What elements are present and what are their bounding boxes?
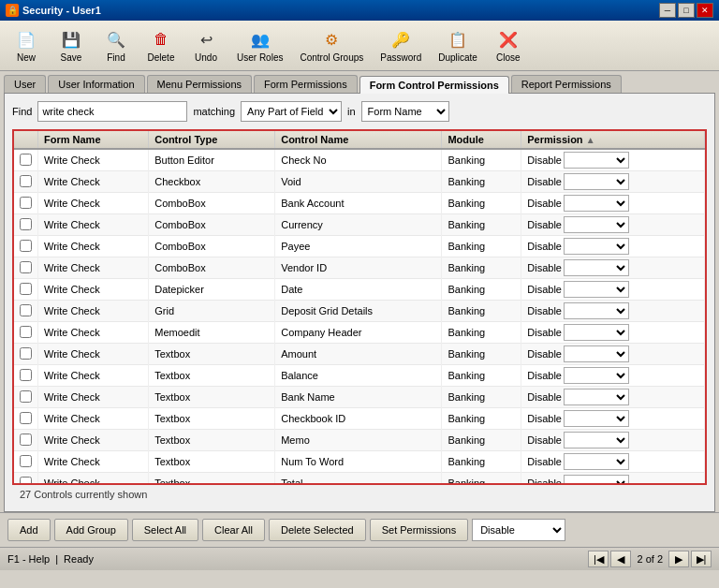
table-row: Write CheckTextboxNum To WordBankingDisa… xyxy=(14,451,705,473)
control-name-cell: Company Header xyxy=(275,322,442,344)
table-row: Write CheckTextboxMemoBankingDisable xyxy=(14,430,705,451)
find-button[interactable]: 🔍 Find xyxy=(95,24,137,66)
col-control-name[interactable]: Control Name xyxy=(275,131,442,149)
permission-select[interactable] xyxy=(564,281,629,298)
first-page-button[interactable]: |◀ xyxy=(588,551,609,567)
tab-form-permissions[interactable]: Form Permissions xyxy=(254,75,358,93)
next-page-button[interactable]: ▶ xyxy=(668,551,689,567)
row-checkbox-cell xyxy=(14,365,38,387)
tab-user-information[interactable]: User Information xyxy=(48,75,144,93)
col-form-name[interactable]: Form Name xyxy=(38,131,149,149)
control-type-cell: Textbox xyxy=(149,387,275,408)
select-all-button[interactable]: Select All xyxy=(132,519,198,541)
tab-user[interactable]: User xyxy=(4,75,46,93)
add-button[interactable]: Add xyxy=(7,519,51,541)
row-checkbox[interactable] xyxy=(20,240,32,252)
set-permissions-button[interactable]: Set Permissions xyxy=(370,519,468,541)
col-permission[interactable]: Permission ▲ xyxy=(521,131,705,149)
row-checkbox[interactable] xyxy=(20,455,32,467)
row-checkbox[interactable] xyxy=(20,390,32,403)
permission-select[interactable] xyxy=(564,152,629,169)
col-control-type[interactable]: Control Type xyxy=(149,131,275,149)
permission-select[interactable] xyxy=(564,410,629,427)
module-cell: Banking xyxy=(442,214,521,236)
matching-label: matching xyxy=(193,106,235,117)
row-checkbox[interactable] xyxy=(20,412,32,424)
permission-select[interactable] xyxy=(564,173,629,190)
add-group-button[interactable]: Add Group xyxy=(54,519,128,541)
permission-select[interactable] xyxy=(564,195,629,212)
permission-select[interactable] xyxy=(564,475,629,485)
table-row: Write CheckComboBoxCurrencyBankingDisabl… xyxy=(14,214,705,236)
row-checkbox[interactable] xyxy=(20,304,32,316)
row-checkbox[interactable] xyxy=(20,197,32,209)
permission-cell: Disable xyxy=(521,387,705,408)
row-checkbox[interactable] xyxy=(20,154,32,166)
table-row: Write CheckTextboxBank NameBankingDisabl… xyxy=(14,387,705,408)
tab-form-control-permissions[interactable]: Form Control Permissions xyxy=(360,76,509,94)
control-name-cell: Currency xyxy=(275,214,442,236)
permission-cell: Disable xyxy=(521,214,705,236)
tab-menu-permissions[interactable]: Menu Permissions xyxy=(147,75,252,93)
minimize-button[interactable]: ─ xyxy=(659,3,676,18)
row-checkbox[interactable] xyxy=(20,261,32,273)
permission-select[interactable] xyxy=(564,324,629,341)
delete-selected-button[interactable]: Delete Selected xyxy=(269,519,366,541)
matching-select[interactable]: Any Part of Field Starts With Exact Matc… xyxy=(241,101,342,122)
module-cell: Banking xyxy=(442,149,521,171)
row-checkbox[interactable] xyxy=(20,369,32,381)
permission-cell: Disable xyxy=(521,193,705,214)
control-name-cell: Balance xyxy=(275,365,442,387)
control-name-cell: Deposit Grid Details xyxy=(275,301,442,322)
module-cell: Banking xyxy=(442,365,521,387)
maximize-button[interactable]: □ xyxy=(678,3,695,18)
main-content: Find matching Any Part of Field Starts W… xyxy=(4,93,715,512)
sort-arrow-icon: ▲ xyxy=(586,135,595,145)
permission-select[interactable] xyxy=(564,453,629,470)
permission-select[interactable] xyxy=(564,367,629,384)
save-button[interactable]: 💾 Save xyxy=(51,24,92,66)
permission-cell: Disable xyxy=(521,149,705,171)
delete-button[interactable]: 🗑 Delete xyxy=(140,24,182,66)
user-roles-button[interactable]: 👥 User Roles xyxy=(230,24,289,66)
row-checkbox[interactable] xyxy=(20,326,32,338)
duplicate-button[interactable]: 📋 Duplicate xyxy=(432,24,484,66)
row-checkbox[interactable] xyxy=(20,347,32,360)
permission-select[interactable] xyxy=(564,216,629,233)
in-select[interactable]: Form Name Control Name Module xyxy=(361,101,449,122)
clear-all-button[interactable]: Clear All xyxy=(202,519,265,541)
control-type-cell: ComboBox xyxy=(149,257,275,279)
permission-cell: Disable xyxy=(521,473,705,486)
last-page-button[interactable]: ▶| xyxy=(691,551,712,567)
col-module[interactable]: Module xyxy=(442,131,521,149)
undo-icon: ↩ xyxy=(195,28,217,51)
row-checkbox-cell xyxy=(14,473,38,486)
permission-select[interactable] xyxy=(564,259,629,276)
password-button[interactable]: 🔑 Password xyxy=(374,24,428,66)
row-checkbox-cell xyxy=(14,430,38,451)
permission-select[interactable] xyxy=(564,345,629,362)
row-checkbox[interactable] xyxy=(20,434,32,446)
row-checkbox[interactable] xyxy=(20,218,32,230)
permission-select[interactable] xyxy=(564,238,629,255)
row-checkbox[interactable] xyxy=(20,477,32,486)
close-button[interactable]: ✕ xyxy=(697,3,713,18)
data-table-container: Form Name Control Type Control Name Modu… xyxy=(12,129,707,485)
control-type-cell: Textbox xyxy=(149,451,275,473)
new-button[interactable]: 📄 New xyxy=(6,24,47,66)
bottom-bar: Add Add Group Select All Clear All Delet… xyxy=(0,512,719,547)
permissions-combo[interactable]: Disable Read Only Enable Hide xyxy=(472,519,565,541)
row-checkbox[interactable] xyxy=(20,175,32,187)
form-name-cell: Write Check xyxy=(38,236,149,257)
undo-button[interactable]: ↩ Undo xyxy=(185,24,227,66)
permission-select[interactable] xyxy=(564,432,629,448)
row-checkbox[interactable] xyxy=(20,283,32,295)
close-toolbar-button[interactable]: ❌ Close xyxy=(488,24,529,66)
control-groups-button[interactable]: ⚙ Control Groups xyxy=(293,24,370,66)
find-input[interactable] xyxy=(37,101,187,122)
permission-select[interactable] xyxy=(564,389,629,405)
prev-page-button[interactable]: ◀ xyxy=(610,551,631,567)
control-type-cell: Textbox xyxy=(149,473,275,486)
permission-select[interactable] xyxy=(564,302,629,319)
tab-report-permissions[interactable]: Report Permissions xyxy=(511,75,622,93)
